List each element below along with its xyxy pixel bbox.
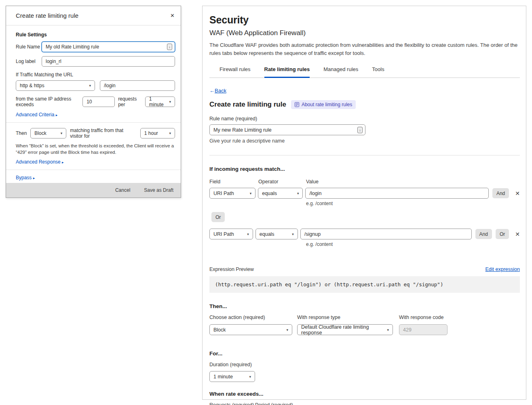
page-subtitle: WAF (Web Application Firewall)	[209, 29, 520, 37]
condition-row: URI Path ▾ equals ▾ And ✕	[209, 188, 520, 199]
chevron-down-icon: ▾	[292, 232, 294, 236]
about-rate-limiting-badge[interactable]: About rate limiting rules	[291, 100, 356, 109]
threshold-suffix-text: requests per	[118, 96, 141, 107]
bypass-link[interactable]: Bypass ▸	[16, 175, 35, 180]
scheme-url-row: http & https ▾	[16, 80, 175, 91]
rule-name-label: Rule Name	[16, 44, 42, 50]
page-title: Security	[209, 14, 520, 26]
divider	[6, 122, 181, 123]
back-link[interactable]: ←Back	[209, 88, 226, 94]
block-note-text: When “Block” is set, when the threshold …	[16, 143, 175, 156]
period-select[interactable]: 1 minute ▾	[145, 97, 175, 107]
threshold-row: from the same IP address exceeds request…	[16, 96, 175, 107]
traffic-match-heading: If Traffic Matching the URL	[16, 72, 175, 78]
requests-count-input[interactable]	[82, 97, 115, 107]
rule-name-label: Rule name (required)	[209, 116, 520, 122]
remove-condition-icon[interactable]: ✕	[515, 231, 520, 237]
advanced-response-link[interactable]: Advanced Response ▸	[16, 159, 64, 165]
chevron-down-icon: ▾	[169, 100, 171, 104]
log-label-label: Log label	[16, 59, 42, 64]
url-input[interactable]	[100, 80, 175, 91]
period-select-value: 1 minute	[149, 96, 166, 107]
chevron-down-icon: ▾	[286, 328, 288, 332]
remove-condition-icon[interactable]: ✕	[515, 190, 520, 197]
tab-firewall-rules[interactable]: Firewall rules	[220, 63, 251, 78]
chevron-down-icon: ▾	[61, 131, 63, 135]
value-column-label: Value	[306, 179, 319, 185]
edit-expression-link[interactable]: Edit expression	[486, 267, 520, 272]
legacy-rate-limit-modal: Create rate limiting rule ✕ Rule Setting…	[6, 6, 181, 198]
doc-icon	[295, 102, 299, 107]
action-select[interactable]: Block ▾	[30, 128, 66, 138]
then-prefix-text: Then	[16, 130, 27, 136]
scheme-select-value: http & https	[20, 83, 44, 88]
security-waf-panel: Security WAF (Web Application Firewall) …	[202, 6, 526, 400]
operator-column-label: Operator	[258, 179, 306, 185]
choose-action-select[interactable]: Block ▾	[209, 324, 292, 335]
rate-heading: When rate exceeds...	[209, 391, 520, 397]
value-hint: e.g. /content	[306, 241, 520, 247]
chevron-down-icon: ▾	[169, 131, 171, 135]
and-button[interactable]: And	[475, 229, 492, 239]
triangle-right-icon: ▸	[33, 176, 35, 180]
autofill-icon[interactable]: ↓	[167, 44, 172, 50]
block-duration-select[interactable]: 1 hour ▾	[140, 128, 175, 138]
action-select-value: Block	[34, 130, 46, 136]
field-select[interactable]: URI Path ▾	[209, 229, 253, 239]
divider	[6, 170, 181, 170]
waf-tabs: Firewall rules Rate limiting rules Manag…	[209, 63, 520, 78]
scheme-select[interactable]: http & https ▾	[16, 80, 95, 91]
value-input[interactable]	[305, 188, 488, 199]
duration-select[interactable]: 1 minute ▾	[209, 371, 255, 382]
field-select[interactable]: URI Path ▾	[209, 188, 255, 199]
modal-footer: Cancel Save as Draft	[6, 183, 181, 197]
rule-name-input[interactable]	[42, 42, 175, 52]
field-column-label: Field	[209, 179, 258, 185]
modal-body: Rule Settings Rule Name ↓ Log label If T…	[6, 25, 181, 180]
rule-name-row: Rule Name ↓	[16, 42, 175, 52]
expression-preview-box: (http.request.uri.path eq "/login") or (…	[209, 276, 520, 293]
then-heading: Then...	[209, 303, 520, 309]
match-heading: If incoming requests match...	[209, 166, 520, 172]
or-button[interactable]: Or	[496, 229, 509, 239]
modal-title: Create rate limiting rule	[16, 12, 78, 19]
period-label: Period (required)	[255, 402, 293, 405]
divider	[209, 155, 520, 155]
requests-label: Requests (required)	[209, 402, 255, 405]
value-input[interactable]	[300, 229, 472, 239]
chevron-down-icon: ▾	[89, 84, 91, 88]
operator-select[interactable]: equals ▾	[255, 229, 298, 239]
autofill-icon[interactable]: ↓	[357, 127, 363, 133]
page-description: The Cloudflare WAF provides both automat…	[209, 41, 520, 57]
and-button[interactable]: And	[492, 188, 509, 198]
advanced-criteria-link[interactable]: Advanced Criteria ▸	[16, 112, 57, 118]
rule-name-help: Give your rule a descriptive name	[209, 138, 520, 144]
tab-rate-limiting-rules[interactable]: Rate limiting rules	[264, 63, 310, 78]
response-type-select[interactable]: Default Cloudflare rate limiting respons…	[297, 324, 393, 335]
response-type-label: With response type	[297, 315, 393, 320]
value-hint: e.g. /content	[306, 201, 520, 206]
then-suffix-text: matching traffic from that visitor for	[70, 128, 137, 139]
save-as-draft-button[interactable]: Save as Draft	[144, 187, 173, 193]
log-label-input[interactable]	[42, 56, 175, 67]
chevron-down-icon: ▾	[297, 191, 299, 195]
log-label-row: Log label	[16, 56, 175, 67]
close-icon[interactable]: ✕	[170, 13, 175, 18]
chevron-down-icon: ▾	[247, 232, 249, 236]
operator-select[interactable]: equals ▾	[258, 188, 303, 199]
tab-managed-rules[interactable]: Managed rules	[323, 63, 358, 78]
cancel-button[interactable]: Cancel	[115, 187, 130, 193]
tab-tools[interactable]: Tools	[372, 63, 384, 78]
triangle-right-icon: ▸	[62, 160, 64, 164]
chevron-down-icon: ▾	[387, 328, 389, 332]
chevron-down-icon: ▾	[249, 375, 251, 379]
rule-name-input[interactable]	[209, 124, 365, 135]
for-heading: For...	[209, 350, 520, 357]
or-button[interactable]: Or	[211, 212, 225, 222]
response-code-input	[399, 324, 448, 335]
form-title: Create rate limiting rule	[209, 101, 286, 109]
condition-row: URI Path ▾ equals ▾ And Or ✕	[209, 229, 520, 239]
modal-header: Create rate limiting rule ✕	[6, 6, 181, 25]
block-duration-value: 1 hour	[144, 130, 158, 136]
expression-preview-label: Expression Preview	[209, 267, 254, 272]
